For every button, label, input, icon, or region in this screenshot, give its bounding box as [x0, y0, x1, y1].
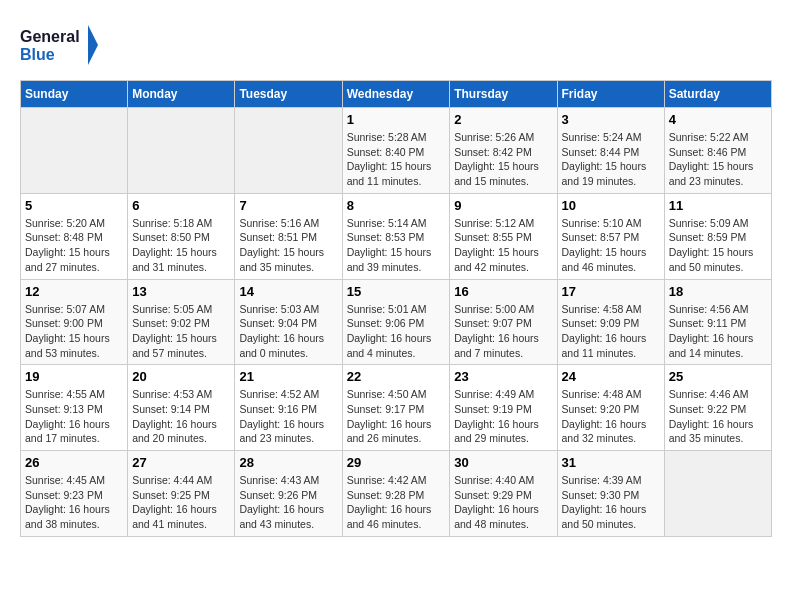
calendar-cell: 21Sunrise: 4:52 AM Sunset: 9:16 PM Dayli…: [235, 365, 342, 451]
calendar-cell: 16Sunrise: 5:00 AM Sunset: 9:07 PM Dayli…: [450, 279, 557, 365]
day-number: 12: [25, 284, 123, 299]
day-info: Sunrise: 5:01 AM Sunset: 9:06 PM Dayligh…: [347, 302, 446, 361]
day-info: Sunrise: 5:14 AM Sunset: 8:53 PM Dayligh…: [347, 216, 446, 275]
day-info: Sunrise: 4:48 AM Sunset: 9:20 PM Dayligh…: [562, 387, 660, 446]
calendar-cell: 9Sunrise: 5:12 AM Sunset: 8:55 PM Daylig…: [450, 193, 557, 279]
day-number: 1: [347, 112, 446, 127]
day-info: Sunrise: 5:07 AM Sunset: 9:00 PM Dayligh…: [25, 302, 123, 361]
week-row-2: 5Sunrise: 5:20 AM Sunset: 8:48 PM Daylig…: [21, 193, 772, 279]
calendar-cell: 28Sunrise: 4:43 AM Sunset: 9:26 PM Dayli…: [235, 451, 342, 537]
day-header-saturday: Saturday: [664, 81, 771, 108]
day-number: 27: [132, 455, 230, 470]
calendar-cell: 4Sunrise: 5:22 AM Sunset: 8:46 PM Daylig…: [664, 108, 771, 194]
day-info: Sunrise: 4:52 AM Sunset: 9:16 PM Dayligh…: [239, 387, 337, 446]
day-number: 9: [454, 198, 552, 213]
day-info: Sunrise: 4:46 AM Sunset: 9:22 PM Dayligh…: [669, 387, 767, 446]
day-number: 7: [239, 198, 337, 213]
day-info: Sunrise: 5:20 AM Sunset: 8:48 PM Dayligh…: [25, 216, 123, 275]
calendar-cell: 17Sunrise: 4:58 AM Sunset: 9:09 PM Dayli…: [557, 279, 664, 365]
calendar-cell: 18Sunrise: 4:56 AM Sunset: 9:11 PM Dayli…: [664, 279, 771, 365]
calendar-cell: 11Sunrise: 5:09 AM Sunset: 8:59 PM Dayli…: [664, 193, 771, 279]
day-info: Sunrise: 4:50 AM Sunset: 9:17 PM Dayligh…: [347, 387, 446, 446]
calendar-cell: 13Sunrise: 5:05 AM Sunset: 9:02 PM Dayli…: [128, 279, 235, 365]
day-header-tuesday: Tuesday: [235, 81, 342, 108]
day-info: Sunrise: 5:18 AM Sunset: 8:50 PM Dayligh…: [132, 216, 230, 275]
calendar-cell: 22Sunrise: 4:50 AM Sunset: 9:17 PM Dayli…: [342, 365, 450, 451]
day-header-thursday: Thursday: [450, 81, 557, 108]
calendar-cell: [235, 108, 342, 194]
day-info: Sunrise: 4:39 AM Sunset: 9:30 PM Dayligh…: [562, 473, 660, 532]
calendar-cell: 20Sunrise: 4:53 AM Sunset: 9:14 PM Dayli…: [128, 365, 235, 451]
day-number: 26: [25, 455, 123, 470]
day-number: 8: [347, 198, 446, 213]
day-info: Sunrise: 4:42 AM Sunset: 9:28 PM Dayligh…: [347, 473, 446, 532]
day-info: Sunrise: 5:00 AM Sunset: 9:07 PM Dayligh…: [454, 302, 552, 361]
calendar-cell: 31Sunrise: 4:39 AM Sunset: 9:30 PM Dayli…: [557, 451, 664, 537]
calendar-cell: [128, 108, 235, 194]
day-number: 4: [669, 112, 767, 127]
day-info: Sunrise: 5:05 AM Sunset: 9:02 PM Dayligh…: [132, 302, 230, 361]
calendar-cell: 8Sunrise: 5:14 AM Sunset: 8:53 PM Daylig…: [342, 193, 450, 279]
day-number: 3: [562, 112, 660, 127]
calendar-cell: 25Sunrise: 4:46 AM Sunset: 9:22 PM Dayli…: [664, 365, 771, 451]
day-number: 24: [562, 369, 660, 384]
week-row-5: 26Sunrise: 4:45 AM Sunset: 9:23 PM Dayli…: [21, 451, 772, 537]
calendar-cell: 30Sunrise: 4:40 AM Sunset: 9:29 PM Dayli…: [450, 451, 557, 537]
day-info: Sunrise: 4:53 AM Sunset: 9:14 PM Dayligh…: [132, 387, 230, 446]
day-info: Sunrise: 5:16 AM Sunset: 8:51 PM Dayligh…: [239, 216, 337, 275]
week-row-3: 12Sunrise: 5:07 AM Sunset: 9:00 PM Dayli…: [21, 279, 772, 365]
day-number: 5: [25, 198, 123, 213]
day-header-monday: Monday: [128, 81, 235, 108]
calendar-cell: [21, 108, 128, 194]
day-number: 29: [347, 455, 446, 470]
svg-text:Blue: Blue: [20, 46, 55, 63]
day-number: 13: [132, 284, 230, 299]
day-info: Sunrise: 4:43 AM Sunset: 9:26 PM Dayligh…: [239, 473, 337, 532]
calendar-cell: 19Sunrise: 4:55 AM Sunset: 9:13 PM Dayli…: [21, 365, 128, 451]
calendar-cell: 29Sunrise: 4:42 AM Sunset: 9:28 PM Dayli…: [342, 451, 450, 537]
day-header-sunday: Sunday: [21, 81, 128, 108]
day-number: 23: [454, 369, 552, 384]
svg-marker-2: [88, 25, 98, 65]
day-info: Sunrise: 4:45 AM Sunset: 9:23 PM Dayligh…: [25, 473, 123, 532]
calendar-header-row: SundayMondayTuesdayWednesdayThursdayFrid…: [21, 81, 772, 108]
day-number: 21: [239, 369, 337, 384]
day-info: Sunrise: 5:22 AM Sunset: 8:46 PM Dayligh…: [669, 130, 767, 189]
day-info: Sunrise: 5:12 AM Sunset: 8:55 PM Dayligh…: [454, 216, 552, 275]
page-header: GeneralBlue: [20, 20, 772, 70]
calendar-cell: 27Sunrise: 4:44 AM Sunset: 9:25 PM Dayli…: [128, 451, 235, 537]
day-number: 28: [239, 455, 337, 470]
day-number: 30: [454, 455, 552, 470]
day-header-friday: Friday: [557, 81, 664, 108]
day-info: Sunrise: 4:40 AM Sunset: 9:29 PM Dayligh…: [454, 473, 552, 532]
logo: GeneralBlue: [20, 20, 100, 70]
day-info: Sunrise: 5:28 AM Sunset: 8:40 PM Dayligh…: [347, 130, 446, 189]
day-number: 6: [132, 198, 230, 213]
day-info: Sunrise: 4:44 AM Sunset: 9:25 PM Dayligh…: [132, 473, 230, 532]
day-number: 20: [132, 369, 230, 384]
calendar-cell: 1Sunrise: 5:28 AM Sunset: 8:40 PM Daylig…: [342, 108, 450, 194]
day-info: Sunrise: 5:09 AM Sunset: 8:59 PM Dayligh…: [669, 216, 767, 275]
day-info: Sunrise: 4:49 AM Sunset: 9:19 PM Dayligh…: [454, 387, 552, 446]
day-info: Sunrise: 5:03 AM Sunset: 9:04 PM Dayligh…: [239, 302, 337, 361]
day-number: 31: [562, 455, 660, 470]
calendar-table: SundayMondayTuesdayWednesdayThursdayFrid…: [20, 80, 772, 537]
day-info: Sunrise: 4:56 AM Sunset: 9:11 PM Dayligh…: [669, 302, 767, 361]
day-number: 18: [669, 284, 767, 299]
day-info: Sunrise: 5:24 AM Sunset: 8:44 PM Dayligh…: [562, 130, 660, 189]
calendar-cell: 15Sunrise: 5:01 AM Sunset: 9:06 PM Dayli…: [342, 279, 450, 365]
day-number: 17: [562, 284, 660, 299]
day-number: 14: [239, 284, 337, 299]
day-number: 2: [454, 112, 552, 127]
calendar-cell: 23Sunrise: 4:49 AM Sunset: 9:19 PM Dayli…: [450, 365, 557, 451]
logo-svg: GeneralBlue: [20, 20, 100, 70]
calendar-cell: 6Sunrise: 5:18 AM Sunset: 8:50 PM Daylig…: [128, 193, 235, 279]
week-row-1: 1Sunrise: 5:28 AM Sunset: 8:40 PM Daylig…: [21, 108, 772, 194]
calendar-cell: 7Sunrise: 5:16 AM Sunset: 8:51 PM Daylig…: [235, 193, 342, 279]
day-info: Sunrise: 5:10 AM Sunset: 8:57 PM Dayligh…: [562, 216, 660, 275]
svg-text:General: General: [20, 28, 80, 45]
calendar-cell: 14Sunrise: 5:03 AM Sunset: 9:04 PM Dayli…: [235, 279, 342, 365]
calendar-cell: 10Sunrise: 5:10 AM Sunset: 8:57 PM Dayli…: [557, 193, 664, 279]
day-number: 19: [25, 369, 123, 384]
calendar-cell: 26Sunrise: 4:45 AM Sunset: 9:23 PM Dayli…: [21, 451, 128, 537]
